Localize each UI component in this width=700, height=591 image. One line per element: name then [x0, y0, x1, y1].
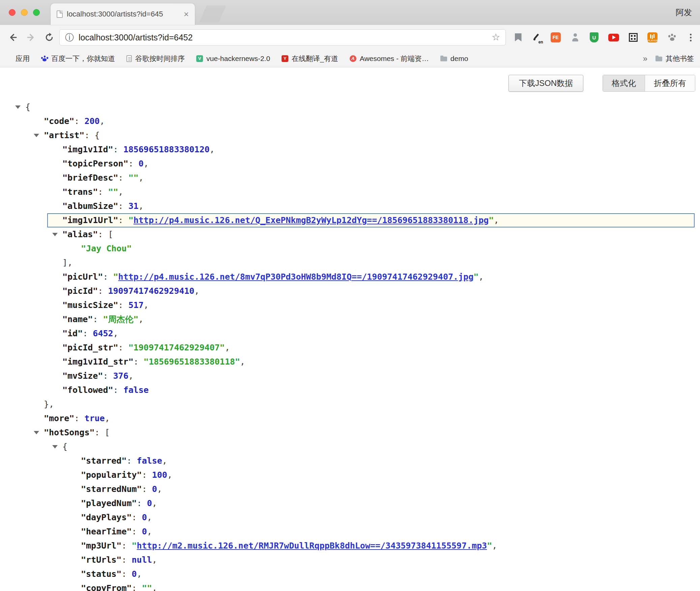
- bookmark-item[interactable]: 百度一下，你就知道: [41, 54, 115, 63]
- bookmark-label: 百度一下，你就知道: [51, 54, 115, 63]
- json-token: "popularity": [81, 470, 142, 480]
- json-token: "picId": [62, 286, 98, 296]
- other-bookmarks[interactable]: 其他书签: [655, 54, 694, 63]
- download-json-button[interactable]: 下载JSON数据: [508, 75, 583, 92]
- json-token: 100: [152, 470, 167, 480]
- json-line: "picId": 19097417462929410,: [0, 284, 700, 298]
- json-url-link[interactable]: http://p4.music.126.net/8mv7qP30Pd3oHW8b…: [118, 272, 474, 282]
- json-url-link[interactable]: http://m2.music.126.net/RMJR7wDullRqppBk…: [137, 541, 487, 551]
- json-token: :: [83, 329, 93, 338]
- new-tab-button[interactable]: [199, 5, 226, 22]
- qr-extension-icon[interactable]: [629, 33, 638, 42]
- forward-button[interactable]: [23, 29, 39, 45]
- json-token: "img1v1Url": [62, 215, 118, 225]
- apps-icon: [6, 56, 12, 62]
- json-token: "19097417462929407": [128, 343, 225, 352]
- url-text: localhost:3000/artists?id=6452: [79, 33, 487, 42]
- json-token: "mp3Url": [81, 541, 121, 551]
- json-line: "img1v1Id": 18569651883380120,: [0, 143, 700, 157]
- collapse-all-button[interactable]: 折叠所有: [645, 75, 695, 91]
- collapse-arrow-icon[interactable]: [52, 445, 58, 448]
- json-token: "": [108, 187, 118, 197]
- json-token: 0: [139, 159, 144, 168]
- json-token: "": [128, 173, 139, 183]
- json-line: "id": 6452,: [0, 326, 700, 341]
- format-button[interactable]: 格式化: [603, 75, 645, 91]
- vue-icon: V: [196, 55, 203, 62]
- bookmark-item[interactable]: 应用: [6, 54, 30, 63]
- tab-close-icon[interactable]: ×: [184, 10, 189, 19]
- address-bar[interactable]: ⓘ localhost:3000/artists?id=6452 ☆: [59, 29, 506, 45]
- collapse-arrow-icon[interactable]: [15, 105, 21, 109]
- reload-button[interactable]: [41, 29, 57, 45]
- bookmark-label: Awesomes - 前端资…: [360, 54, 429, 63]
- json-token: :: [118, 300, 128, 310]
- page-info-icon[interactable]: ⓘ: [65, 33, 74, 42]
- bookmarks-overflow-icon[interactable]: »: [643, 54, 647, 63]
- json-token: "starred": [81, 456, 126, 466]
- json-token: :: [142, 470, 152, 480]
- json-line: "img1v1Id_str": "18569651883380118",: [0, 355, 700, 369]
- json-token: :: [118, 173, 128, 183]
- json-token: "18569651883380118": [144, 357, 240, 367]
- json-token: "img1v1Id": [62, 145, 113, 154]
- player-extension-icon[interactable]: PLAYER: [647, 32, 658, 42]
- json-token: "dayPlays": [81, 512, 132, 522]
- bookmark-star-icon[interactable]: ☆: [492, 33, 500, 42]
- json-line: "dayPlays": 0,: [0, 510, 700, 525]
- collapse-arrow-icon[interactable]: [34, 134, 39, 137]
- json-token: ,: [144, 159, 149, 168]
- fe-extension-icon[interactable]: FE: [551, 32, 561, 42]
- bookmark-item[interactable]: Y在线翻译_有道: [282, 54, 338, 63]
- json-token: ,: [113, 329, 118, 338]
- json-token: "mvSize": [62, 371, 103, 381]
- json-token: 200: [84, 116, 99, 126]
- json-token: ,: [139, 201, 144, 211]
- collapse-arrow-icon[interactable]: [34, 431, 39, 434]
- youtube-extension-icon[interactable]: [608, 34, 619, 41]
- json-token: :: [132, 527, 142, 536]
- json-token: "topicPerson": [62, 159, 128, 168]
- browser-tab[interactable]: localhost:3000/artists?id=645 ×: [51, 3, 195, 25]
- bookmark-item[interactable]: AAwesomes - 前端资…: [350, 54, 429, 63]
- bookmark-item[interactable]: 谷歌按时间排序: [126, 54, 185, 63]
- json-token: :: [128, 159, 139, 168]
- json-token: false: [137, 456, 162, 466]
- json-token: "copyFrom": [81, 583, 132, 591]
- translate-extension-icon[interactable]: en: [531, 33, 541, 42]
- view-mode-group: 格式化 折叠所有: [603, 75, 695, 92]
- json-line: "Jay Chou": [0, 242, 700, 256]
- json-line: "mvSize": 376,: [0, 369, 700, 383]
- json-token: ,: [210, 145, 215, 154]
- chrome-menu-icon[interactable]: [686, 31, 695, 44]
- fullscreen-window-button[interactable]: [33, 9, 40, 16]
- json-viewer: {"code": 200,"artist": {"img1v1Id": 1856…: [0, 100, 700, 591]
- json-token: : {: [84, 130, 99, 140]
- person-extension-icon[interactable]: [571, 33, 580, 42]
- json-token: :: [74, 413, 84, 423]
- shield-extension-icon[interactable]: U: [590, 32, 599, 42]
- collapse-arrow-icon[interactable]: [52, 233, 58, 236]
- bookmark-item[interactable]: demo: [440, 55, 468, 63]
- json-line: {: [0, 440, 700, 454]
- json-token: ": [473, 272, 478, 282]
- json-line: "hotSongs": [: [0, 426, 700, 440]
- back-button[interactable]: [5, 29, 21, 45]
- json-token: ": [132, 541, 137, 551]
- json-page-actions: 下载JSON数据 格式化 折叠所有: [508, 75, 695, 92]
- flag-extension-icon[interactable]: [515, 33, 522, 41]
- bookmarks-right: » 其他书签: [643, 54, 694, 63]
- json-line: "code": 200,: [0, 114, 700, 128]
- paw-extension-icon[interactable]: [667, 33, 677, 42]
- json-token: "": [142, 583, 152, 591]
- minimize-window-button[interactable]: [21, 9, 28, 16]
- json-token: :: [142, 484, 152, 494]
- bookmark-item[interactable]: Vvue-hackernews-2.0: [196, 55, 270, 63]
- json-token: "Jay Chou": [81, 244, 132, 253]
- json-token: "周杰伦": [103, 314, 138, 324]
- json-token: :: [103, 371, 113, 381]
- json-token: :: [126, 456, 137, 466]
- json-url-link[interactable]: http://p4.music.126.net/Q_ExePNkmgB2yWyL…: [134, 215, 489, 225]
- other-bookmarks-label: 其他书签: [666, 54, 694, 63]
- close-window-button[interactable]: [9, 9, 16, 16]
